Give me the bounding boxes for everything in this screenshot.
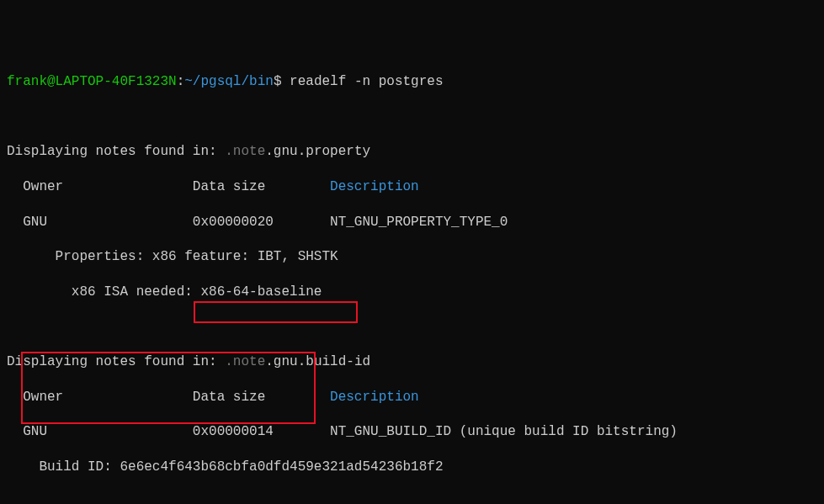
note-detail: Properties: x86 feature: IBT, SHSTK (7, 248, 817, 266)
note-segment: .note (225, 144, 265, 159)
note-row: GNU 0x00000014 NT_GNU_BUILD_ID (unique b… (7, 423, 817, 441)
note-row: GNU 0x00000020 NT_GNU_PROPERTY_TYPE_0 (7, 214, 817, 231)
column-header: Owner Data size Description (7, 389, 817, 406)
section-header-gnu-property: Displaying notes found in: .note.gnu.pro… (7, 143, 817, 161)
prompt-dollar: $ (274, 74, 282, 89)
prompt-colon: : (177, 74, 185, 89)
prompt-line: frank@LAPTOP-40F1323N:~/pgsql/bin$ reade… (7, 73, 817, 91)
blank-line (7, 109, 817, 126)
description-label: Description (330, 390, 419, 405)
section-header-build-id: Displaying notes found in: .note.gnu.bui… (7, 353, 817, 371)
note-segment: .note (225, 354, 265, 369)
prompt-path: ~/pgsql/bin (184, 74, 274, 89)
note-detail: Build ID: 6e6ec4f643b68cbfa0dfd459e321ad… (7, 459, 817, 476)
blank-line (7, 318, 817, 336)
description-label: Description (330, 179, 419, 194)
prompt-user-host: frank@LAPTOP-40F1323N (7, 74, 177, 89)
column-header: Owner Data size Description (7, 178, 817, 196)
blank-line (7, 493, 817, 504)
command-text: readelf -n postgres (290, 74, 443, 89)
note-detail: x86 ISA needed: x86-64-baseline (7, 284, 817, 301)
